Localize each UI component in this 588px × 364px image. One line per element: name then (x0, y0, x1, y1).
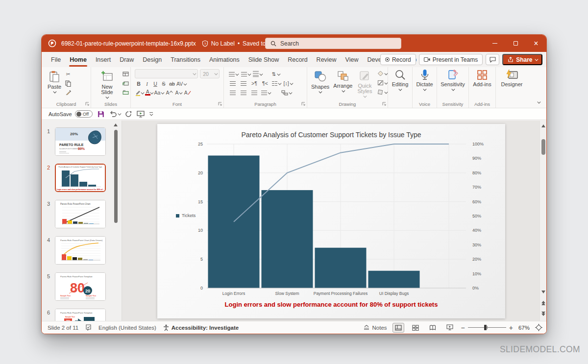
tab-insert[interactable]: Insert (91, 52, 115, 67)
font-name-select[interactable] (135, 69, 198, 78)
minimize-button[interactable] (485, 35, 505, 52)
text-highlight-button[interactable] (135, 89, 144, 97)
drawing-dialog-launcher-icon[interactable] (382, 102, 386, 106)
zoom-out-button[interactable]: − (461, 324, 465, 332)
normal-view-button[interactable] (392, 323, 404, 333)
customize-qat-button[interactable] (149, 112, 153, 116)
tab-animations[interactable]: Animations (205, 52, 244, 67)
slide-scrollbar[interactable] (539, 121, 546, 322)
pareto-chart[interactable]: 05101520250%10%20%30%40%50%60%70%80%90%1… (157, 124, 505, 318)
zoom-in-button[interactable]: + (509, 324, 513, 332)
slide-thumbnail-3[interactable]: Pareto Rule PowerPoint Chart (55, 200, 106, 228)
section-button[interactable] (122, 89, 129, 97)
thumbnail-scrollbar-thumb[interactable] (114, 130, 118, 223)
zoom-level[interactable]: 67% (518, 325, 530, 331)
present-in-teams-button[interactable]: Present in Teams (419, 54, 483, 65)
format-painter-button[interactable] (64, 89, 72, 97)
shrink-font-button[interactable]: A (174, 89, 182, 97)
slide-indicator[interactable]: Slide 2 of 11 (48, 325, 78, 331)
smartart-convert-button[interactable] (281, 89, 292, 97)
change-case-button[interactable]: Aa (154, 89, 164, 97)
thumbnail-scroll-up-icon[interactable] (114, 123, 118, 126)
fit-slide-to-window-icon[interactable] (535, 324, 542, 331)
dictate-button[interactable]: Dictate (413, 67, 437, 91)
tab-home[interactable]: Home (65, 52, 91, 67)
font-dialog-launcher-icon[interactable] (218, 102, 222, 106)
shape-fill-button[interactable] (377, 70, 387, 77)
record-button[interactable]: Record (380, 54, 416, 65)
thumbnail-scrollbar[interactable] (114, 123, 118, 322)
tab-view[interactable]: View (341, 52, 363, 67)
undo-button[interactable] (109, 111, 121, 117)
next-slide-button[interactable] (541, 312, 545, 316)
autosave-toggle[interactable]: Off (75, 110, 93, 118)
slideshow-view-button[interactable] (444, 323, 456, 333)
sensitivity-button[interactable]: Sensitivity (437, 67, 468, 91)
bold-button[interactable]: B (135, 80, 143, 88)
slide-caption[interactable]: Login errors and slow performance accoun… (157, 301, 505, 308)
language-indicator[interactable]: English (United States) (98, 325, 156, 331)
align-center-button[interactable] (240, 89, 247, 97)
add-ins-button[interactable]: Add-ins (469, 67, 495, 87)
bullets-button[interactable] (229, 70, 238, 78)
slide-thumbnail-2-selected[interactable]: Pareto Analysis of Customer Support Tick… (55, 164, 106, 192)
redo-button[interactable] (125, 111, 132, 118)
quick-styles-button[interactable]: Quick Styles (356, 68, 373, 97)
character-spacing-button[interactable]: AV (176, 80, 186, 88)
clipboard-dialog-launcher-icon[interactable] (85, 102, 89, 106)
align-text-button[interactable]: [↕] (284, 79, 293, 87)
new-slide-button[interactable]: New Slide (95, 68, 119, 98)
zoom-slider-thumb[interactable] (484, 325, 487, 330)
share-button[interactable]: Share (502, 54, 542, 65)
shape-outline-button[interactable] (377, 79, 387, 87)
align-left-button[interactable] (229, 89, 237, 97)
tab-file[interactable]: File (47, 52, 65, 67)
tab-record[interactable]: Record (283, 52, 312, 67)
zoom-slider[interactable] (468, 327, 506, 328)
tab-design[interactable]: Design (138, 52, 166, 67)
slide-scrollbar-thumb[interactable] (541, 139, 545, 155)
increase-indent-button[interactable] (240, 79, 247, 87)
line-spacing-button[interactable] (253, 70, 262, 78)
editing-button[interactable]: Editing (388, 67, 412, 91)
shapes-button[interactable]: Shapes (311, 68, 329, 97)
search-input[interactable]: Search (265, 38, 401, 49)
maximize-button[interactable] (505, 35, 526, 52)
tab-transitions[interactable]: Transitions (166, 52, 205, 67)
strikethrough-s-button[interactable]: S (160, 80, 168, 88)
rtl-direction-button[interactable]: ¶< (261, 79, 269, 87)
strikethrough-button[interactable]: ab (168, 80, 176, 88)
previous-slide-button[interactable] (541, 301, 545, 305)
reading-view-button[interactable] (427, 323, 439, 333)
collapse-ribbon-chevron-icon[interactable] (537, 100, 540, 103)
slide-thumbnail-4[interactable]: Pareto Rule PowerPoint Chart (Data Drive… (55, 236, 106, 265)
close-button[interactable]: × (526, 35, 546, 52)
tab-draw[interactable]: Draw (115, 52, 138, 67)
scroll-up-icon[interactable] (541, 124, 545, 127)
font-size-select[interactable]: 20 (200, 69, 220, 78)
numbering-button[interactable] (241, 70, 250, 78)
slide-thumbnail-1[interactable]: 20% PARETO RULE SLIDES FOR POWERPOINT 80… (55, 127, 106, 156)
cut-button[interactable]: ✂ (64, 70, 72, 78)
font-color-button[interactable]: A (145, 89, 153, 97)
notes-button[interactable]: Notes (363, 325, 387, 331)
grow-font-button[interactable]: A (165, 89, 173, 97)
chart-legend[interactable]: Tickets (176, 213, 196, 218)
tab-slide-show[interactable]: Slide Show (244, 52, 284, 67)
decrease-indent-button[interactable] (229, 79, 237, 87)
slide-thumbnail-6[interactable]: Pareto Rule PowerPoint Template Sample T… (55, 309, 106, 322)
ltr-direction-button[interactable]: >¶ (250, 79, 258, 87)
columns-button[interactable] (272, 79, 281, 87)
clear-formatting-button[interactable]: A (184, 89, 192, 97)
slide-layout-button[interactable] (122, 70, 129, 78)
shape-effects-button[interactable] (377, 88, 387, 96)
save-button[interactable] (98, 111, 104, 118)
spell-check-icon[interactable] (85, 324, 92, 331)
italic-button[interactable]: I (143, 80, 151, 88)
slide-thumbnail-5[interactable]: Pareto Rule PowerPoint Template 80 20 Sa… (55, 272, 106, 301)
justify-button[interactable] (261, 89, 270, 97)
arrange-button[interactable]: Arrange (333, 68, 352, 97)
align-right-button[interactable] (250, 89, 258, 97)
designer-button[interactable]: Designer (496, 67, 528, 87)
tab-review[interactable]: Review (312, 52, 341, 67)
